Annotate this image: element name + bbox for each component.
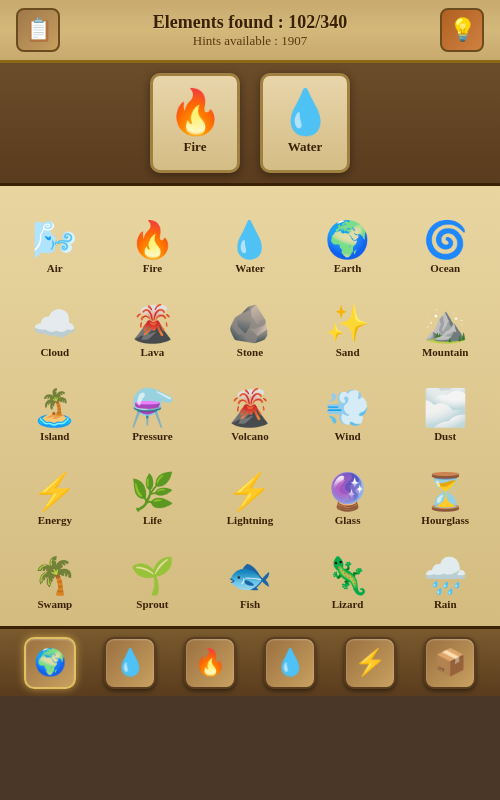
dock-icon-0: 🌍 [34,647,66,678]
header-bar: 📋 Elements found : 102/340 Hints availab… [0,0,500,63]
element-cell-earth[interactable]: 🌍 Earth [301,198,395,278]
dock-icon-1: 💧 [114,647,146,678]
fire-label: Fire [184,139,207,155]
pressure-label: Pressure [132,430,173,442]
element-cell-sprout[interactable]: 🌱 Sprout [106,534,200,614]
selected-water[interactable]: 💧 Water [260,73,350,173]
element-cell-fish[interactable]: 🐟 Fish [203,534,297,614]
sprout-icon: 🌱 [130,558,175,594]
menu-icon-glyph: 📋 [25,17,52,43]
hints-count: Hints available : 1907 [60,33,440,49]
cloud-label: Cloud [40,346,69,358]
rain-icon: 🌧️ [423,558,468,594]
energy-icon: ⚡ [32,474,77,510]
hourglass-icon: ⏳ [423,474,468,510]
element-cell-water[interactable]: 💧 Water [203,198,297,278]
element-cell-wind[interactable]: 💨 Wind [301,366,395,446]
air-icon: 🌬️ [32,222,77,258]
dock-item-energy-dock[interactable]: ⚡ [344,637,396,689]
dock-icon-3: 💧 [274,647,306,678]
selected-bar: 🔥 Fire 💧 Water [0,63,500,186]
dock-icon-5: 📦 [434,647,466,678]
volcano-icon: 🌋 [227,390,272,426]
air-label: Air [47,262,63,274]
selected-fire[interactable]: 🔥 Fire [150,73,240,173]
element-cell-swamp[interactable]: 🌴 Swamp [8,534,102,614]
element-cell-island[interactable]: 🏝️ Island [8,366,102,446]
earth-icon: 🌍 [325,222,370,258]
element-cell-dust[interactable]: 🌫️ Dust [398,366,492,446]
element-cell-life[interactable]: 🌿 Life [106,450,200,530]
element-cell-air[interactable]: 🌬️ Air [8,198,102,278]
dock-item-drop-dock[interactable]: 💧 [264,637,316,689]
dock-item-water-dock[interactable]: 💧 [104,637,156,689]
glass-icon: 🔮 [325,474,370,510]
dock-item-earth-dock[interactable]: 🌍 [24,637,76,689]
sand-label: Sand [336,346,360,358]
dust-label: Dust [434,430,456,442]
energy-label: Energy [38,514,72,526]
element-cell-lizard[interactable]: 🦎 Lizard [301,534,395,614]
element-cell-mountain[interactable]: ⛰️ Mountain [398,282,492,362]
hourglass-label: Hourglass [421,514,469,526]
element-cell-sand[interactable]: ✨ Sand [301,282,395,362]
ocean-icon: 🌀 [423,222,468,258]
element-cell-fire[interactable]: 🔥 Fire [106,198,200,278]
island-label: Island [40,430,69,442]
mountain-label: Mountain [422,346,468,358]
hint-icon: 💡 [449,17,476,43]
element-cell-lightning[interactable]: ⚡ Lightning [203,450,297,530]
lizard-label: Lizard [332,598,364,610]
lightning-label: Lightning [227,514,273,526]
hint-button[interactable]: 💡 [440,8,484,52]
cloud-icon: ☁️ [32,306,77,342]
dock-item-fire-dock[interactable]: 🔥 [184,637,236,689]
header-center: Elements found : 102/340 Hints available… [60,12,440,49]
pressure-icon: ⚗️ [130,390,175,426]
menu-icon[interactable]: 📋 [16,8,60,52]
dust-icon: 🌫️ [423,390,468,426]
water-icon: 💧 [227,222,272,258]
element-cell-pressure[interactable]: ⚗️ Pressure [106,366,200,446]
element-cell-cloud[interactable]: ☁️ Cloud [8,282,102,362]
dock-item-chest-dock[interactable]: 📦 [424,637,476,689]
fire-icon: 🔥 [130,222,175,258]
dock-icon-4: ⚡ [354,647,386,678]
stone-icon: 🪨 [227,306,272,342]
element-cell-hourglass[interactable]: ⏳ Hourglass [398,450,492,530]
stone-label: Stone [237,346,263,358]
water-label: Water [235,262,264,274]
sprout-label: Sprout [136,598,168,610]
fire-label: Fire [143,262,162,274]
element-cell-lava[interactable]: 🌋 Lava [106,282,200,362]
elements-grid: 🌬️ Air 🔥 Fire 💧 Water 🌍 Earth 🌀 Ocean ☁️… [4,194,496,618]
wind-icon: 💨 [325,390,370,426]
bottom-dock: 🌍💧🔥💧⚡📦 [0,626,500,696]
rain-label: Rain [434,598,457,610]
lava-label: Lava [140,346,164,358]
sand-icon: ✨ [325,306,370,342]
glass-label: Glass [335,514,361,526]
element-cell-rain[interactable]: 🌧️ Rain [398,534,492,614]
element-cell-volcano[interactable]: 🌋 Volcano [203,366,297,446]
fish-icon: 🐟 [227,558,272,594]
life-label: Life [143,514,162,526]
lightning-icon: ⚡ [227,474,272,510]
element-cell-energy[interactable]: ⚡ Energy [8,450,102,530]
mountain-icon: ⛰️ [423,306,468,342]
element-cell-ocean[interactable]: 🌀 Ocean [398,198,492,278]
wind-label: Wind [335,430,361,442]
ocean-label: Ocean [430,262,460,274]
earth-label: Earth [334,262,362,274]
elements-grid-area: 🌬️ Air 🔥 Fire 💧 Water 🌍 Earth 🌀 Ocean ☁️… [0,186,500,626]
life-icon: 🌿 [130,474,175,510]
lizard-icon: 🦎 [325,558,370,594]
volcano-label: Volcano [231,430,269,442]
lava-icon: 🌋 [130,306,175,342]
element-cell-stone[interactable]: 🪨 Stone [203,282,297,362]
element-cell-glass[interactable]: 🔮 Glass [301,450,395,530]
swamp-icon: 🌴 [32,558,77,594]
dock-icon-2: 🔥 [194,647,226,678]
water-icon: 💧 [278,91,333,135]
swamp-label: Swamp [37,598,72,610]
